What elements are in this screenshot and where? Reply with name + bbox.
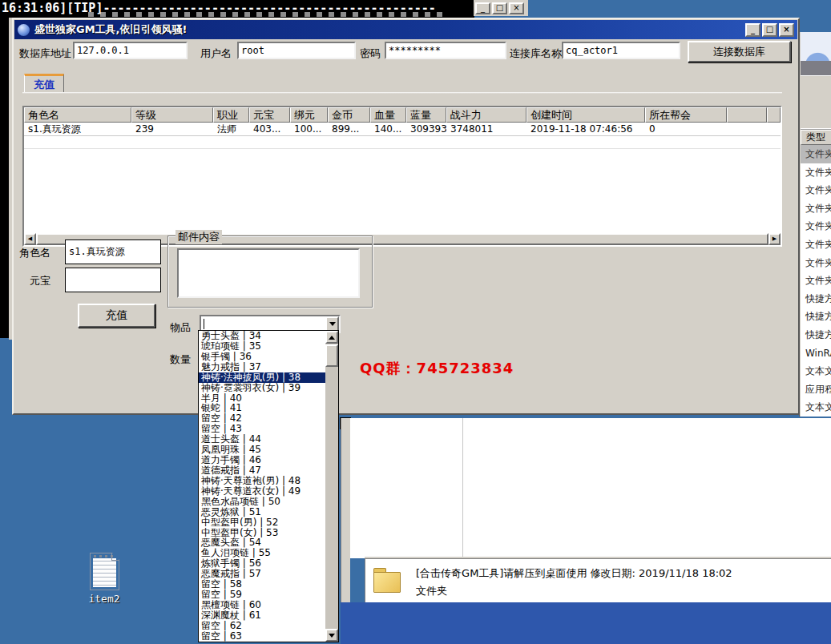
console-minimize-button[interactable]: _ [475, 2, 490, 14]
table-header-cell[interactable] [727, 107, 767, 123]
dropdown-item[interactable]: 神铸·霓裳羽衣(女) | 39 [199, 383, 325, 393]
character-table: 角色名等级职业元宝绑元金币血量蓝量战斗力创建时间所在帮会 s1.真玩资源239法… [22, 106, 782, 247]
type-column-header[interactable]: 类型 [801, 130, 831, 145]
type-list-item[interactable]: 文本文 [801, 362, 831, 380]
db-address-input[interactable] [73, 42, 188, 59]
table-header-cell[interactable]: 角色名 [24, 107, 131, 123]
explorer-right-column: 类型 文件夹文件夹文件夹文件夹文件夹文件夹文件夹文件夹快捷方式快捷方式快捷方式W… [799, 32, 831, 417]
type-list-item[interactable]: 文件夹 [801, 181, 831, 199]
scroll-up-icon[interactable] [325, 331, 338, 344]
dropdown-item[interactable]: 恶魔头盔 | 54 [199, 537, 325, 548]
dropdown-item[interactable]: 黑色水晶项链 | 50 [199, 497, 325, 507]
password-input[interactable] [385, 42, 506, 59]
table-header-cell[interactable]: 创建时间 [526, 107, 645, 123]
table-header-cell[interactable]: 战斗力 [446, 107, 526, 123]
quantity-label: 数量 [170, 352, 191, 367]
dropdown-item[interactable]: 中型盔甲(男) | 52 [199, 517, 325, 528]
username-input[interactable] [237, 42, 356, 59]
scroll-left-icon[interactable]: ◀ [24, 233, 36, 245]
explorer-file-area [350, 418, 831, 558]
dbname-input[interactable] [562, 42, 680, 59]
recharge-button[interactable]: 充值 [78, 304, 155, 328]
dropdown-item[interactable]: 神铸·法神披风(男) | 38 [199, 372, 325, 383]
table-header-cell[interactable]: 等级 [131, 107, 213, 123]
dropdown-item[interactable]: 半月 | 40 [199, 393, 325, 404]
type-list-item[interactable]: 文件夹 [801, 145, 831, 163]
dropdown-item[interactable]: 勇士头盔 | 34 [199, 331, 325, 341]
table-header-cell[interactable]: 金币 [328, 107, 370, 123]
type-list-item[interactable]: 文本文 [801, 398, 831, 417]
tab-recharge[interactable]: 充值 [24, 74, 64, 93]
dropdown-item[interactable]: 银蛇 | 41 [199, 403, 325, 413]
table-header-cell[interactable]: 元宝 [249, 107, 290, 123]
type-list-item[interactable]: 快捷方式 [801, 308, 831, 326]
dropdown-item[interactable]: 魅力戒指 | 37 [199, 362, 325, 372]
username-label: 用户名 [200, 46, 232, 61]
type-list-item[interactable]: 快捷方式 [801, 326, 831, 344]
type-list-item[interactable]: 文件夹 [801, 163, 831, 182]
dropdown-item[interactable]: 琥珀项链 | 35 [199, 341, 325, 352]
scroll-right-icon[interactable]: ▶ [768, 233, 781, 245]
dropdown-item[interactable]: 神铸·天尊道袍(男) | 48 [199, 476, 325, 486]
dropdown-item[interactable]: 道士头盔 | 44 [199, 434, 325, 445]
table-cell: 3748011 [446, 123, 526, 135]
dropdown-item[interactable]: 深渊魔杖 | 61 [199, 610, 325, 621]
gm-maximize-button[interactable]: □ [762, 23, 777, 37]
type-list-item[interactable]: 文件夹 [801, 199, 831, 218]
dropdown-item[interactable]: 凤凰明珠 | 45 [199, 445, 325, 455]
table-cell: 309393 [406, 123, 446, 135]
desktop-icon-item2[interactable]: item2 [79, 553, 130, 610]
table-header-cell[interactable]: 所在帮会 [645, 107, 727, 123]
dropdown-item[interactable]: 恶灵炼狱 | 51 [199, 507, 325, 517]
text-document-icon [90, 553, 119, 590]
dropdown-item[interactable]: 银手镯 | 36 [199, 352, 325, 362]
dropdown-item[interactable]: 恶魔戒指 | 57 [199, 569, 325, 579]
type-list-item[interactable]: 文件夹 [801, 272, 831, 290]
console-clipped-line [88, 12, 446, 17]
folder-icon [373, 565, 403, 595]
dropdown-item[interactable]: 留空 | 62 [199, 621, 325, 631]
type-list-item[interactable]: 文件夹 [801, 217, 831, 235]
desktop: 16:31:06][TIP]--------------------------… [0, 0, 831, 644]
gm-close-button[interactable]: × [779, 23, 794, 37]
table-header-cell[interactable]: 血量 [370, 107, 406, 123]
type-list-item[interactable]: 文件夹 [801, 254, 831, 272]
dropdown-scrollbar[interactable] [325, 331, 338, 642]
role-name-input[interactable] [65, 239, 161, 264]
table-header-cell[interactable]: 职业 [213, 107, 249, 123]
folder-info-panel: [合击传奇GM工具]请解压到桌面使用 修改日期: 2019/11/18 18:0… [365, 558, 831, 602]
dropdown-item[interactable]: 道力手镯 | 46 [199, 455, 325, 465]
dropdown-item[interactable]: 炼狱手镯 | 56 [199, 558, 325, 569]
tab-page-edge [22, 92, 782, 94]
scroll-down-icon[interactable] [325, 629, 338, 642]
mail-content-textarea[interactable] [177, 248, 360, 298]
explorer-left-border [341, 418, 350, 606]
connect-db-button[interactable]: 连接数据库 [688, 41, 791, 62]
console-maximize-button[interactable]: □ [492, 2, 507, 14]
dropdown-item[interactable]: 留空 | 59 [199, 590, 325, 600]
dropdown-item[interactable]: 留空 | 42 [199, 413, 325, 424]
gm-window-titlebar[interactable]: 盛世独家GM工具,依旧引领风骚! _ □ × [14, 20, 797, 39]
character-table-row[interactable]: s1.真玩资源239法师403...100...899...140...3093… [24, 123, 781, 136]
table-header-cell[interactable]: 蓝量 [406, 107, 446, 123]
type-list-item[interactable]: 快捷方式 [801, 290, 831, 308]
table-header-cell[interactable]: 绑元 [290, 107, 328, 123]
gm-minimize-button[interactable]: _ [745, 23, 760, 37]
console-close-button[interactable]: × [509, 2, 524, 14]
dropdown-item[interactable]: 中型盔甲(女) | 53 [199, 528, 325, 538]
dropdown-item[interactable]: 鱼人泪项链 | 55 [199, 548, 325, 558]
type-list-item[interactable]: 文件夹 [801, 235, 831, 254]
type-list-item[interactable]: WinRA [801, 344, 831, 363]
dropdown-item[interactable]: 留空 | 63 [199, 631, 325, 642]
yuanbao-input[interactable] [65, 268, 161, 292]
dropdown-scrollbar-thumb[interactable] [325, 344, 338, 367]
dropdown-item[interactable]: 神铸·天尊道衣(女) | 49 [199, 486, 325, 497]
table-cell: s1.真玩资源 [24, 123, 131, 135]
dropdown-item[interactable]: 留空 | 58 [199, 579, 325, 590]
type-list-item[interactable]: 应用程 [801, 380, 831, 399]
console-window-edge [0, 18, 9, 338]
table-header-cell[interactable] [767, 107, 781, 123]
dropdown-item[interactable]: 留空 | 43 [199, 424, 325, 434]
dropdown-item[interactable]: 道德戒指 | 47 [199, 465, 325, 476]
dropdown-item[interactable]: 黑檀项链 | 60 [199, 600, 325, 610]
